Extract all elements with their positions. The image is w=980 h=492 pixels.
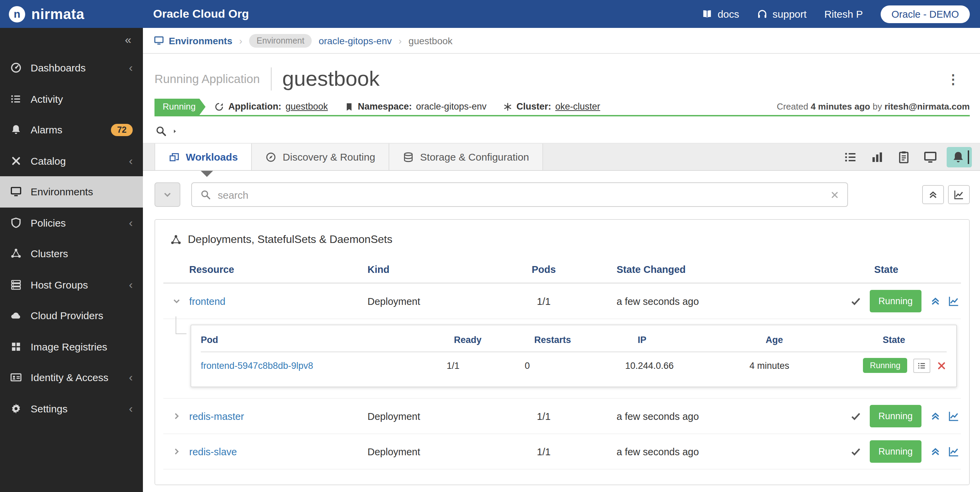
column-pod: Pod	[201, 334, 454, 345]
status-strip: Running Application: guestbook Namespace…	[154, 98, 970, 116]
sidebar-item-host-groups[interactable]: Host Groups ‹	[0, 269, 143, 300]
scale-up-icon[interactable]	[930, 295, 941, 307]
pod-panel: Pod Ready Restarts IP Age State frontend…	[191, 325, 957, 387]
metrics-icon[interactable]	[948, 295, 959, 307]
sidebar-item-label: Settings	[30, 403, 67, 414]
title-divider	[270, 67, 271, 91]
resource-link[interactable]: redis-master	[189, 411, 244, 422]
created-by-label: by	[873, 101, 882, 111]
column-resource: Resource	[189, 264, 368, 275]
sidebar-item-label: Environments	[30, 186, 93, 198]
environments-icon	[154, 35, 164, 46]
alarms-count-badge: 72	[111, 124, 133, 136]
sidebar-item-label: Activity	[30, 93, 63, 105]
search-icon	[200, 189, 211, 200]
sidebar-item-label: Host Groups	[30, 279, 88, 291]
table-header: Resource Kind Pods State Changed State	[163, 256, 961, 284]
breadcrumb-separator-icon: ›	[398, 35, 401, 46]
console-button[interactable]	[920, 146, 940, 167]
metrics-icon[interactable]	[948, 446, 959, 457]
created-prefix: Created	[777, 101, 808, 111]
sidebar-item-label: Alarms	[30, 124, 62, 136]
scale-up-icon[interactable]	[930, 410, 941, 422]
search-icon	[155, 125, 167, 137]
gear-icon	[10, 403, 22, 414]
events-button[interactable]	[894, 146, 914, 167]
created-time: 4 minutes ago	[811, 101, 870, 111]
sidebar-item-label: Identity & Access	[30, 372, 108, 384]
support-label: support	[772, 8, 807, 20]
expand-chevron-icon: ‹	[129, 217, 133, 229]
tab-discovery-routing[interactable]: Discovery & Routing	[252, 143, 390, 170]
column-pods: Pods	[504, 264, 584, 275]
resource-link[interactable]: frontend	[189, 296, 225, 307]
tenant-button[interactable]: Oracle - DEMO	[881, 5, 970, 23]
resource-kind: Deployment	[368, 296, 504, 307]
scale-up-icon[interactable]	[930, 446, 941, 457]
application-icon	[215, 102, 224, 111]
filter-dropdown-button[interactable]	[154, 182, 180, 207]
brand[interactable]: n nirmata	[0, 6, 143, 22]
sidebar-item-alarms[interactable]: Alarms 72	[0, 114, 143, 145]
state-button[interactable]: Running	[869, 405, 921, 427]
search-input[interactable]	[218, 189, 824, 201]
sidebar-item-policies[interactable]: Policies ‹	[0, 207, 143, 238]
resource-pods: 1/1	[504, 446, 584, 457]
pod-link[interactable]: frontend-5947c8b8db-9lpv8	[201, 360, 313, 371]
table-row-redis-slave: redis-slave Deployment 1/1 a few seconds…	[163, 434, 961, 470]
column-pod-state: State	[883, 334, 947, 345]
sidebar-item-label: Catalog	[30, 155, 66, 167]
expand-row-icon[interactable]	[171, 411, 181, 421]
state-button[interactable]: Running	[869, 440, 921, 463]
bell-icon	[951, 150, 965, 164]
panel-title-text: Deployments, StatefulSets & DaemonSets	[188, 233, 392, 246]
healthy-check-icon	[850, 446, 861, 457]
sidebar-item-catalog[interactable]: Catalog ‹	[0, 145, 143, 176]
nirmata-logo-icon: n	[9, 6, 25, 22]
list-view-button[interactable]	[840, 146, 861, 167]
sidebar-item-dashboards[interactable]: Dashboards ‹	[0, 53, 143, 83]
sidebar-item-activity[interactable]: Activity	[0, 83, 143, 114]
sidebar-item-settings[interactable]: Settings ‹	[0, 393, 143, 424]
quick-search-toggle[interactable]	[143, 116, 980, 143]
alarms-button[interactable]	[947, 146, 972, 167]
top-navbar: n nirmata Oracle Cloud Org docs support …	[0, 0, 980, 28]
state-button[interactable]: Running	[869, 290, 921, 312]
page-subtitle: Running Application	[154, 72, 259, 86]
sidebar-collapse-button[interactable]: «	[125, 33, 131, 47]
cluster-link[interactable]: oke-cluster	[555, 101, 600, 111]
table-row-frontend: frontend Deployment 1/1 a few seconds ag…	[163, 284, 961, 319]
breadcrumb-environment-link[interactable]: oracle-gitops-env	[318, 35, 392, 46]
collapse-all-button[interactable]	[922, 185, 944, 204]
tab-storage-configuration[interactable]: Storage & Configuration	[390, 143, 543, 170]
compass-icon	[266, 151, 277, 162]
pod-logs-button[interactable]	[913, 358, 930, 373]
column-age: Age	[765, 334, 883, 345]
resource-link[interactable]: redis-slave	[189, 446, 237, 457]
user-menu[interactable]: Ritesh P	[824, 8, 862, 20]
application-link[interactable]: guestbook	[285, 101, 328, 111]
sidebar-item-environments[interactable]: Environments	[0, 176, 143, 207]
database-icon	[403, 151, 414, 162]
sidebar: « Dashboards ‹ Activity Alarms 72 Catalo…	[0, 28, 143, 492]
sidebar-item-image-registries[interactable]: Image Registries	[0, 331, 143, 362]
metrics-view-button[interactable]	[948, 185, 970, 204]
docs-link[interactable]: docs	[702, 8, 739, 20]
metrics-icon[interactable]	[948, 410, 959, 422]
collapse-row-icon[interactable]	[171, 296, 181, 306]
activity-list-icon	[10, 93, 22, 105]
kebab-menu-icon[interactable]: ⋮	[941, 71, 965, 87]
breadcrumb-environments-link[interactable]: Environments	[154, 35, 232, 46]
delete-pod-icon[interactable]	[937, 360, 947, 371]
support-link[interactable]: support	[757, 8, 807, 20]
expand-row-icon[interactable]	[171, 446, 181, 457]
clear-search-icon[interactable]	[830, 190, 839, 199]
sidebar-item-clusters[interactable]: Clusters	[0, 238, 143, 269]
cluster-label: Cluster:	[517, 101, 551, 111]
sidebar-item-cloud-providers[interactable]: Cloud Providers	[0, 300, 143, 331]
tab-workloads[interactable]: Workloads	[154, 143, 252, 170]
gauge-icon	[10, 62, 22, 74]
metrics-button[interactable]	[867, 146, 888, 167]
bar-chart-icon	[870, 150, 884, 164]
sidebar-item-identity-access[interactable]: Identity & Access ‹	[0, 362, 143, 393]
